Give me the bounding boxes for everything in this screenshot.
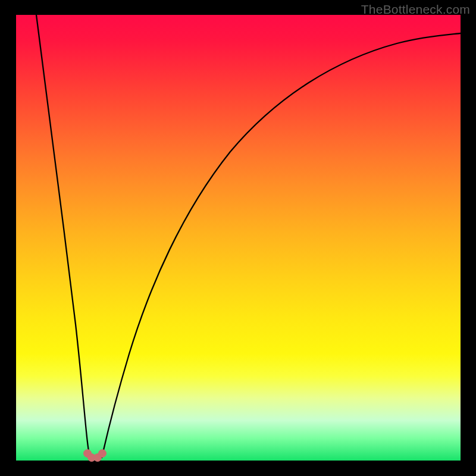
marker-dot	[99, 450, 107, 458]
curve-right-branch	[102, 33, 461, 458]
chart-frame: TheBottleneck.com	[0, 0, 476, 476]
curve-left-branch	[36, 15, 90, 458]
curve-layer	[16, 15, 461, 461]
plot-area	[16, 15, 461, 461]
